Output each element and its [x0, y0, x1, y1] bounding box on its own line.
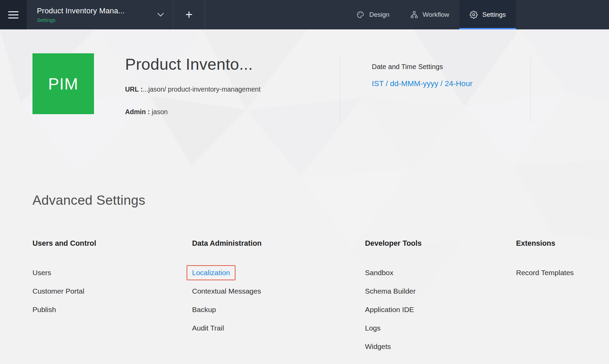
topbar: Product Inventory Mana... Settings + Des… [0, 0, 609, 29]
hamburger-menu-icon[interactable] [0, 0, 27, 29]
add-application-button[interactable]: + [173, 0, 205, 29]
link-customer-portal[interactable]: Customer Portal [32, 282, 169, 300]
column-title: Users and Control [32, 239, 169, 248]
link-sandbox[interactable]: Sandbox [365, 264, 502, 282]
settings-page: PIM Product Invento... URL :...jason/ pr… [0, 29, 609, 364]
localization-highlight-box: Localization [187, 265, 235, 280]
datetime-settings-heading: Date and Time Settings [372, 63, 443, 71]
mode-tabs: Design Workflow Settings [346, 0, 516, 29]
link-audit-trail[interactable]: Audit Trail [192, 319, 342, 337]
link-record-templates[interactable]: Record Templates [516, 264, 609, 282]
column-users-and-control: Users and Control Users Customer Portal … [32, 239, 169, 319]
tab-design-label: Design [369, 11, 389, 18]
admin-label: Admin : [125, 108, 150, 116]
admin-value: jason [152, 108, 168, 116]
link-users[interactable]: Users [32, 264, 169, 282]
tab-workflow-label: Workflow [423, 11, 449, 18]
link-backup[interactable]: Backup [192, 300, 342, 319]
link-localization[interactable]: Localization [192, 269, 230, 277]
app-logo: PIM [32, 53, 94, 114]
app-logo-text: PIM [48, 75, 78, 93]
column-extensions: Extensions Record Templates [516, 239, 609, 282]
app-admin-line: Admin : jason [125, 108, 168, 116]
link-application-ide[interactable]: Application IDE [365, 300, 502, 319]
tab-design[interactable]: Design [346, 0, 400, 29]
column-developer-tools: Developer Tools Sandbox Schema Builder A… [365, 239, 502, 356]
column-title: Developer Tools [365, 239, 502, 248]
plus-icon: + [185, 9, 192, 21]
list-item: Localization [192, 264, 342, 282]
app-title: Product Inventory Mana... [37, 6, 125, 15]
link-contextual-messages[interactable]: Contextual Messages [192, 282, 342, 300]
vertical-divider [340, 57, 340, 123]
gear-icon [470, 11, 478, 19]
chevron-down-icon [157, 13, 164, 17]
column-title: Extensions [516, 239, 609, 248]
workflow-icon [410, 11, 418, 19]
tab-settings[interactable]: Settings [459, 0, 516, 29]
app-url-line: URL :...jason/ product-inventory-managem… [125, 85, 260, 93]
app-switcher[interactable]: Product Inventory Mana... Settings [27, 0, 173, 29]
link-logs[interactable]: Logs [365, 319, 502, 337]
vertical-divider [530, 57, 531, 123]
url-value: ...jason/ product-inventory-management [143, 85, 261, 93]
link-publish[interactable]: Publish [32, 300, 169, 319]
column-title: Data Administration [192, 239, 342, 248]
advanced-settings-heading: Advanced Settings [32, 193, 145, 208]
tab-workflow[interactable]: Workflow [400, 0, 460, 29]
column-data-administration: Data Administration Localization Context… [192, 239, 342, 337]
app-subtitle: Settings [37, 17, 125, 23]
link-schema-builder[interactable]: Schema Builder [365, 282, 502, 300]
link-widgets[interactable]: Widgets [365, 337, 502, 356]
datetime-settings-link[interactable]: IST / dd-MMM-yyyy / 24-Hour [372, 79, 473, 88]
palette-icon [356, 11, 365, 19]
topbar-divider [205, 0, 205, 29]
app-name-heading: Product Invento... [125, 55, 253, 73]
url-label: URL : [125, 85, 143, 93]
tab-settings-label: Settings [482, 11, 506, 18]
